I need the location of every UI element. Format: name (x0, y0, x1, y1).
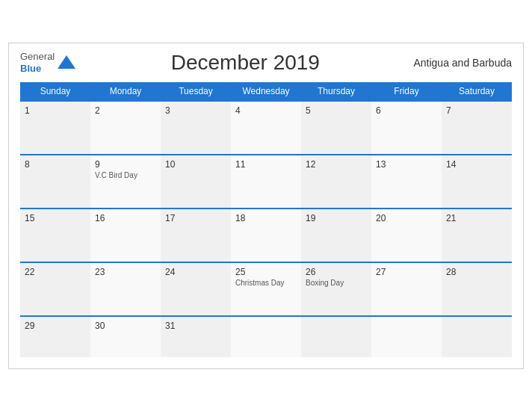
day-cell (301, 316, 371, 357)
day-number: 10 (165, 159, 226, 170)
day-number: 4 (235, 105, 297, 116)
day-cell: 15 (20, 208, 90, 262)
day-number: 30 (95, 321, 156, 331)
day-cell (371, 316, 442, 357)
day-number: 24 (165, 267, 226, 277)
day-cell (442, 316, 512, 357)
day-number: 15 (25, 213, 86, 223)
header-sunday: Sunday (20, 82, 90, 101)
day-cell: 13 (371, 155, 442, 208)
day-cell: 3 (161, 101, 231, 155)
day-number: 19 (306, 213, 367, 223)
day-cell: 5 (301, 101, 371, 155)
day-number: 16 (95, 213, 156, 223)
logo: General Blue (20, 51, 77, 74)
day-cell: 14 (442, 155, 512, 208)
logo-icon (56, 52, 77, 73)
day-number: 14 (446, 159, 507, 170)
day-cell: 22 (20, 262, 90, 316)
logo-blue-text: Blue (20, 63, 41, 74)
week-row-1: 1234567 (20, 101, 512, 155)
day-number: 18 (235, 213, 297, 223)
day-number: 17 (165, 213, 226, 223)
holiday-label: V.C Bird Day (95, 171, 156, 179)
logo-general-text: General (20, 51, 55, 62)
day-cell: 21 (442, 208, 512, 262)
day-cell: 10 (161, 155, 231, 208)
day-number: 2 (95, 105, 156, 116)
week-row-4: 22232425Christmas Day26Boxing Day2728 (20, 262, 512, 316)
day-cell: 30 (90, 316, 161, 357)
day-number: 13 (376, 159, 437, 170)
day-number: 12 (306, 159, 367, 170)
week-row-3: 15161718192021 (20, 208, 512, 262)
day-number: 27 (376, 267, 437, 277)
day-cell: 12 (301, 155, 371, 208)
week-row-5: 293031 (20, 316, 512, 357)
holiday-label: Boxing Day (306, 279, 367, 287)
day-cell: 9V.C Bird Day (90, 155, 161, 208)
day-cell: 19 (301, 208, 371, 262)
header-monday: Monday (90, 82, 161, 101)
calendar-title: December 2019 (77, 51, 413, 75)
day-cell: 31 (161, 316, 231, 357)
day-cell (231, 316, 301, 357)
header-wednesday: Wednesday (231, 82, 301, 101)
header-saturday: Saturday (442, 82, 512, 101)
logo-text: General Blue (20, 51, 55, 74)
calendar-table: Sunday Monday Tuesday Wednesday Thursday… (20, 82, 512, 357)
weekday-header-row: Sunday Monday Tuesday Wednesday Thursday… (20, 82, 512, 101)
day-cell: 11 (231, 155, 301, 208)
header-thursday: Thursday (301, 82, 371, 101)
day-cell: 23 (90, 262, 161, 316)
day-number: 21 (446, 213, 507, 223)
day-cell: 25Christmas Day (231, 262, 301, 316)
svg-marker-0 (58, 55, 75, 69)
day-cell: 8 (20, 155, 90, 208)
day-number: 8 (25, 159, 86, 170)
day-number: 22 (25, 267, 86, 277)
day-cell: 28 (442, 262, 512, 316)
day-cell: 26Boxing Day (301, 262, 371, 316)
calendar-container: General Blue December 2019 Antigua and B… (8, 43, 524, 369)
day-cell: 7 (442, 101, 512, 155)
day-number: 5 (306, 105, 367, 116)
day-number: 6 (376, 105, 437, 116)
calendar-header: General Blue December 2019 Antigua and B… (20, 51, 512, 75)
day-number: 31 (165, 321, 226, 331)
day-cell: 29 (20, 316, 90, 357)
day-cell: 17 (161, 208, 231, 262)
header-friday: Friday (371, 82, 442, 101)
day-cell: 24 (161, 262, 231, 316)
day-cell: 16 (90, 208, 161, 262)
day-number: 3 (165, 105, 226, 116)
day-number: 25 (235, 267, 297, 277)
day-cell: 4 (231, 101, 301, 155)
header-tuesday: Tuesday (161, 82, 231, 101)
day-cell: 20 (371, 208, 442, 262)
day-number: 11 (235, 159, 297, 170)
day-cell: 2 (90, 101, 161, 155)
calendar-thead: Sunday Monday Tuesday Wednesday Thursday… (20, 82, 512, 101)
day-number: 23 (95, 267, 156, 277)
week-row-2: 89V.C Bird Day1011121314 (20, 155, 512, 208)
day-number: 29 (25, 321, 86, 331)
day-cell: 6 (371, 101, 442, 155)
calendar-body: 123456789V.C Bird Day1011121314151617181… (20, 101, 512, 357)
country-name: Antigua and Barbuda (413, 57, 512, 69)
day-cell: 1 (20, 101, 90, 155)
day-number: 20 (376, 213, 437, 223)
day-cell: 27 (371, 262, 442, 316)
day-cell: 18 (231, 208, 301, 262)
day-number: 9 (95, 159, 156, 170)
day-number: 1 (25, 105, 86, 116)
day-number: 26 (306, 267, 367, 277)
day-number: 7 (446, 105, 507, 116)
holiday-label: Christmas Day (235, 279, 297, 287)
day-number: 28 (446, 267, 507, 277)
